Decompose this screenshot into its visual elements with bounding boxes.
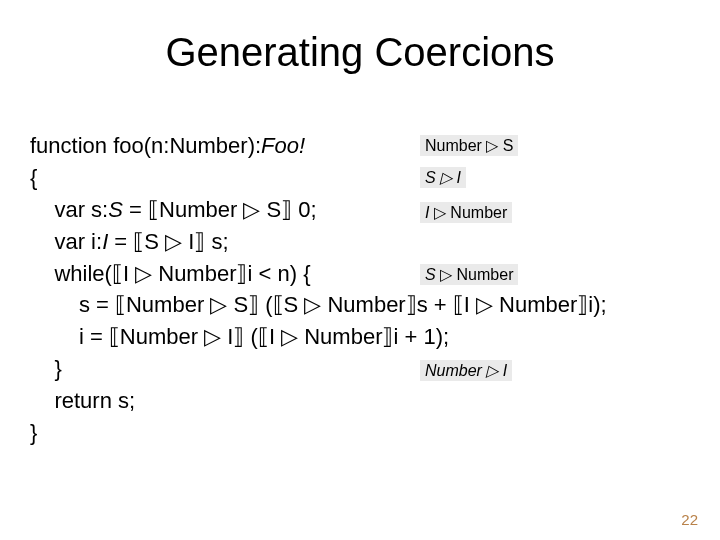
code-line-8: }	[30, 356, 62, 381]
code-line-2: {	[30, 165, 37, 190]
code-line-5: while(⟦I ▷ Number⟧i < n) {	[30, 261, 310, 286]
annotation-number-to-i: Number ▷ I	[420, 360, 512, 381]
code-line-7: i = ⟦Number ▷ I⟧ (⟦I ▷ Number⟧i + 1);	[30, 324, 449, 349]
annotation-i-to-number: I ▷ Number	[420, 202, 512, 223]
annotation-s-to-i: S ▷ I	[420, 167, 466, 188]
code-line-9: return s;	[30, 388, 135, 413]
code-line-6: s = ⟦Number ▷ S⟧ (⟦S ▷ Number⟧s + ⟦I ▷ N…	[30, 292, 607, 317]
annotation-number-to-s: Number ▷ S	[420, 135, 518, 156]
code-line-10: }	[30, 420, 37, 445]
page-number: 22	[681, 511, 698, 528]
code-line-1: function foo(n:Number):Foo!	[30, 133, 305, 158]
code-line-3: var s:S = ⟦Number ▷ S⟧ 0;	[30, 197, 317, 222]
annotation-s-to-number: S ▷ Number	[420, 264, 518, 285]
code-line-4: var i:I = ⟦S ▷ I⟧ s;	[30, 229, 229, 254]
code-block: function foo(n:Number):Foo! { var s:S = …	[30, 130, 607, 449]
slide-title: Generating Coercions	[0, 30, 720, 75]
